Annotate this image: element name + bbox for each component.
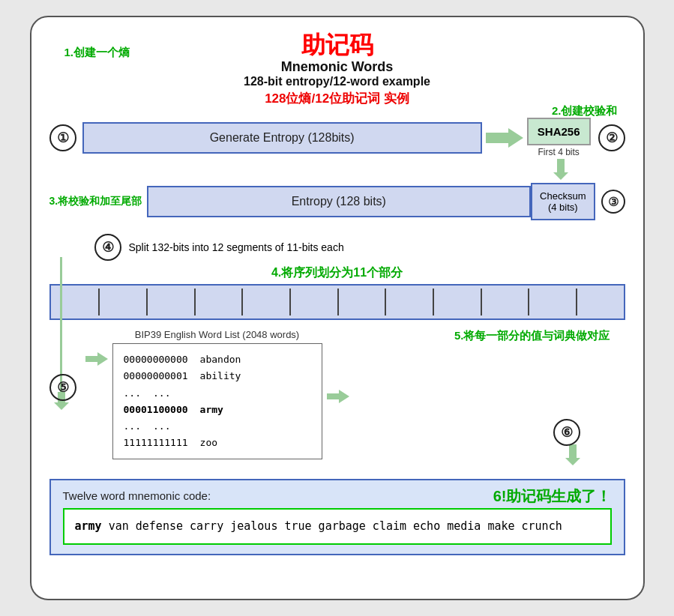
- circle-2: ②: [598, 124, 625, 151]
- bip39-word: ...: [153, 418, 170, 435]
- checksum-label: Checksum (4 bits): [540, 190, 586, 213]
- svg-marker-3: [85, 352, 108, 366]
- checksum-box: Checksum (4 bits): [531, 183, 595, 220]
- bip39-bits: 11111111111: [124, 435, 188, 451]
- segment-divider: [289, 289, 291, 315]
- bip39-bits: 00001100000: [124, 402, 188, 418]
- bip39-word: ability: [200, 368, 241, 384]
- segment-divider: [433, 289, 434, 315]
- bip39-bits: ...: [124, 385, 141, 402]
- segment-divider: [576, 289, 577, 315]
- circle-5: ⑤: [49, 374, 76, 401]
- bip39-row: 00000000001ability: [124, 368, 311, 384]
- label-5: 5.将每一部分的值与词典做对应: [454, 329, 610, 343]
- label-2: 2.创建校验和: [552, 104, 618, 118]
- sha-sublabel: First 4 bits: [538, 147, 579, 157]
- down-arrow-sha: [49, 159, 625, 180]
- title-en1: Mnemonic Words: [49, 59, 625, 75]
- bip39-row: 11111111111zoo: [124, 435, 311, 451]
- title-cn2: 128位熵/12位助记词 实例: [49, 90, 625, 107]
- mnemonic-rest: van defense carry jealous true garbage c…: [102, 519, 562, 533]
- arrow-bip-right: [327, 389, 349, 404]
- bip39-word: ...: [153, 385, 170, 402]
- mnemonic-first-word: army: [75, 519, 102, 533]
- segment-divider: [146, 289, 148, 315]
- arrow-to-sha: [482, 127, 527, 149]
- label-6: 6!助记码生成了！: [493, 486, 612, 507]
- section-4: ④ Split 132-bits into 12 segments of 11-…: [49, 234, 625, 320]
- main-card: 助记码 Mnemonic Words 128-bit entropy/12-wo…: [30, 16, 645, 600]
- bip39-row: 00000000000abandon: [124, 351, 311, 368]
- row-step5-6: ⑤ BIP39 English Word List (2048 words) 0…: [49, 329, 625, 459]
- row-4-text: ④ Split 132-bits into 12 segments of 11-…: [49, 234, 625, 261]
- bip39-word: abandon: [200, 351, 241, 368]
- bip39-row: ......: [124, 385, 311, 402]
- title-en2: 128-bit entropy/12-word example: [49, 75, 625, 88]
- segments-bar: [49, 284, 625, 320]
- label-1: 1.创建一个熵: [64, 46, 130, 60]
- row-step1-2: ① Generate Entropy (128bits) SHA256 Firs…: [49, 118, 625, 157]
- bip39-table: 00000000000abandon00000000001ability....…: [112, 343, 322, 459]
- segment-divider: [98, 289, 100, 315]
- label-4: 4.将序列划分为11个部分: [49, 265, 625, 281]
- bip39-word: army: [200, 402, 223, 418]
- bip39-bits: ...: [124, 418, 141, 435]
- bip39-container: BIP39 English Word List (2048 words) 000…: [112, 329, 322, 459]
- segment-divider: [385, 289, 386, 315]
- circle-5-area: ⑤: [49, 329, 82, 401]
- bip39-bits: 00000000000: [124, 351, 188, 368]
- arrow-5-bip: [85, 351, 108, 366]
- svg-marker-1: [553, 159, 568, 180]
- segment-divider: [481, 289, 482, 315]
- segment-divider: [194, 289, 196, 315]
- bip39-row: 00001100000army: [124, 402, 311, 418]
- svg-marker-4: [327, 390, 349, 403]
- sha-box: SHA256: [527, 118, 591, 145]
- circle-6: ⑥: [553, 419, 580, 446]
- step4-text: Split 132-bits into 12 segments of 11-bi…: [129, 241, 344, 253]
- row-step3-wrapper: 3.将校验和加至尾部 Entropy (128 bits) Checksum (…: [49, 183, 625, 220]
- sha-label: SHA256: [538, 125, 580, 138]
- bip39-title: BIP39 English Word List (2048 words): [112, 329, 322, 340]
- title-cn: 助记码: [49, 31, 625, 59]
- entropy-box: Generate Entropy (128bits): [82, 122, 482, 154]
- bip39-bits: 00000000001: [124, 368, 188, 384]
- segment-divider: [528, 289, 529, 315]
- bip39-row: ......: [124, 418, 311, 435]
- bip39-word: zoo: [200, 435, 217, 451]
- svg-marker-0: [486, 128, 523, 148]
- circle-4: ④: [94, 234, 121, 261]
- mnemonic-box: army van defense carry jealous true garb…: [63, 508, 612, 546]
- section-output: 6!助记码生成了！ Twelve word mnemonic code: arm…: [49, 479, 625, 556]
- entropy128-box: Entropy (128 bits): [147, 186, 532, 217]
- circle-3: ③: [601, 190, 625, 214]
- segment-divider: [337, 289, 339, 315]
- segment-divider: [241, 289, 243, 315]
- circle-1: ①: [49, 124, 76, 151]
- sha-area: SHA256 First 4 bits: [527, 118, 591, 157]
- label-3: 3.将校验和加至尾部: [49, 195, 142, 208]
